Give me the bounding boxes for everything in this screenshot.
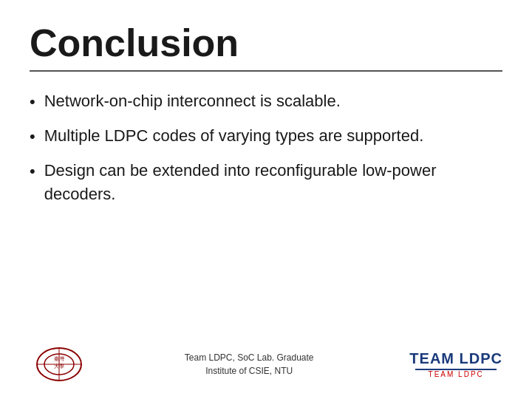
bullet-item-1: • Network-on-chip interconnect is scalab… bbox=[30, 89, 502, 114]
title-divider bbox=[30, 70, 502, 72]
bullet-text-3: Design can be extended into reconfigurab… bbox=[44, 159, 502, 206]
slide-content: • Network-on-chip interconnect is scalab… bbox=[30, 89, 502, 336]
bullet-text-1: Network-on-chip interconnect is scalable… bbox=[44, 89, 341, 113]
bullet-item-2: • Multiple LDPC codes of varying types a… bbox=[30, 124, 502, 149]
bullet-dot-3: • bbox=[30, 160, 35, 183]
bullet-dot-2: • bbox=[30, 125, 35, 149]
bullet-text-2: Multiple LDPC codes of varying types are… bbox=[44, 124, 424, 148]
svg-text:臺灣: 臺灣 bbox=[54, 356, 64, 362]
bullet-dot-1: • bbox=[30, 90, 35, 114]
team-ldpc-text-bottom: TEAM LDPC bbox=[429, 370, 484, 378]
team-ldpc-text-top: TEAM LDPC bbox=[409, 350, 502, 367]
footer-center: Team LDPC, SoC Lab. Graduate Institute o… bbox=[185, 351, 314, 378]
ntu-logo: 臺灣 大學 bbox=[30, 344, 89, 384]
team-ldpc-logo: TEAM LDPC TEAM LDPC bbox=[409, 350, 502, 378]
svg-text:大學: 大學 bbox=[54, 364, 64, 369]
bullet-item-3: • Design can be extended into reconfigur… bbox=[30, 159, 502, 206]
slide-footer: 臺灣 大學 Team LDPC, SoC Lab. Graduate Insti… bbox=[30, 336, 502, 384]
footer-line2: Institute of CSIE, NTU bbox=[205, 366, 293, 376]
slide-title: Conclusion bbox=[30, 22, 502, 64]
slide: Conclusion • Network-on-chip interconnec… bbox=[0, 0, 532, 399]
footer-line1: Team LDPC, SoC Lab. Graduate bbox=[185, 352, 314, 363]
